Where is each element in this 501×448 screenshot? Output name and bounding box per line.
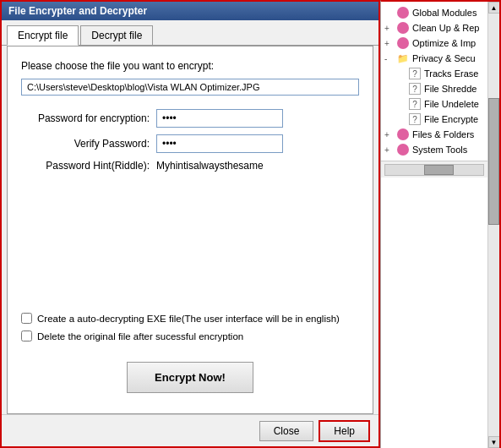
main-dialog: File Encrypter and Decrypter Encrypt fil… [0, 0, 380, 448]
question-icon: ? [409, 98, 421, 110]
hint-row: Password Hint(Riddle): Myhintisalwaysthe… [21, 160, 359, 172]
tree-item[interactable]: -📁Privacy & Secu [381, 51, 487, 66]
tree-item-label: Privacy & Secu [412, 53, 476, 63]
right-tree-panel: Global Modules+Clean Up & Rep+Optimize &… [380, 0, 501, 448]
window-title: File Encrypter and Decrypter [8, 5, 147, 17]
q-icon: ? [408, 112, 422, 126]
question-icon: ? [409, 68, 421, 79]
tree-content: Global Modules+Clean Up & Rep+Optimize &… [381, 2, 487, 161]
vertical-scrollbar[interactable]: ▲ ▼ [487, 2, 499, 448]
expand-icon[interactable]: + [384, 130, 395, 139]
verify-label: Verify Password: [21, 138, 156, 150]
bottom-bar: Close Help [2, 414, 378, 446]
tree-item[interactable]: +Files & Folders [381, 127, 487, 142]
checkbox1-row: Create a auto-decrypting EXE file(The us… [21, 313, 359, 324]
pink-flower-icon [397, 128, 409, 140]
tree-item-label: File Encrypte [424, 114, 478, 124]
hint-value: Myhintisalwaysthesame [156, 160, 264, 172]
tree-item[interactable]: +Optimize & Imp [381, 36, 487, 51]
expand-icon[interactable]: + [384, 145, 395, 155]
pink-icon [396, 21, 410, 35]
q-icon: ? [408, 97, 422, 111]
tab-decrypt-file[interactable]: Decrypt file [80, 25, 153, 45]
tree-inner: Global Modules+Clean Up & Rep+Optimize &… [381, 2, 499, 448]
q-icon: ? [408, 82, 422, 96]
encrypt-panel: Please choose the file you want to encry… [7, 46, 373, 414]
password-row: Password for encryption: [21, 109, 359, 128]
password-label: Password for encryption: [21, 112, 156, 124]
auto-decrypt-checkbox[interactable] [21, 313, 32, 324]
verify-row: Verify Password: [21, 134, 359, 153]
tab-bar: Encrypt file Decrypt file [2, 20, 378, 46]
expand-icon[interactable]: - [384, 54, 395, 63]
tree-item-label: Files & Folders [412, 129, 474, 139]
pink-icon [396, 128, 410, 141]
tree-item-label: Global Modules [412, 8, 476, 18]
vscroll-track [488, 14, 499, 436]
tree-item[interactable]: ?Tracks Erase [381, 66, 487, 81]
checkbox2-row: Delete the original file after sucessful… [21, 331, 359, 341]
question-icon: ? [409, 83, 421, 95]
vscroll-thumb[interactable] [488, 98, 499, 225]
tree-item[interactable]: ?File Shredde [381, 81, 487, 96]
blue-icon: 📁 [396, 52, 410, 65]
close-button[interactable]: Close [259, 421, 314, 441]
checkbox1-label: Create a auto-decrypting EXE file(The us… [37, 314, 340, 324]
pink-flower-icon [397, 7, 409, 19]
tree-item[interactable]: ?File Undelete [381, 96, 487, 112]
tree-item-label: File Undelete [424, 99, 479, 109]
tree-item[interactable]: Global Modules [381, 5, 487, 20]
dialog-content: Encrypt file Decrypt file Please choose … [2, 20, 378, 414]
question-icon: ? [409, 113, 421, 125]
pink-flower-icon [397, 37, 409, 49]
blue-folder-icon: 📁 [397, 52, 409, 64]
scroll-up-arrow[interactable]: ▲ [488, 2, 500, 14]
tree-item-label: Optimize & Imp [412, 38, 476, 48]
pink-icon [396, 36, 410, 50]
tree-item[interactable]: +Clean Up & Rep [381, 20, 487, 36]
pink-icon [396, 6, 410, 19]
tab-encrypt-file[interactable]: Encrypt file [7, 25, 79, 46]
scroll-track[interactable] [384, 164, 484, 176]
expand-icon[interactable]: + [384, 39, 395, 48]
file-prompt-label: Please choose the file you want to encry… [21, 60, 359, 72]
help-button[interactable]: Help [319, 420, 370, 442]
pink-flower-icon [397, 144, 409, 156]
encrypt-now-button[interactable]: Encrypt Now! [127, 362, 253, 393]
password-input[interactable] [156, 109, 283, 128]
tree-item-label: Clean Up & Rep [412, 23, 480, 33]
title-bar: File Encrypter and Decrypter [2, 2, 378, 20]
scroll-thumb[interactable] [424, 165, 454, 175]
tree-item[interactable]: ?File Encrypte [381, 112, 487, 127]
tree-item-label: Tracks Erase [424, 68, 478, 79]
delete-original-checkbox[interactable] [21, 331, 32, 341]
scroll-down-arrow[interactable]: ▼ [488, 436, 500, 448]
q-icon: ? [408, 67, 422, 80]
expand-icon[interactable]: + [384, 24, 395, 33]
tree-item[interactable]: +System Tools [381, 142, 487, 157]
hint-label: Password Hint(Riddle): [21, 160, 156, 172]
pink-icon [396, 143, 410, 156]
horizontal-scrollbar[interactable] [381, 161, 487, 178]
tree-item-label: System Tools [412, 145, 467, 155]
pink-flower-icon [397, 22, 409, 34]
checkbox2-label: Delete the original file after sucessful… [37, 331, 243, 341]
tree-main: Global Modules+Clean Up & Rep+Optimize &… [381, 2, 487, 448]
encrypt-button-wrapper: Encrypt Now! [21, 362, 359, 393]
tree-item-label: File Shredde [424, 84, 476, 94]
verify-input[interactable] [156, 134, 283, 153]
file-path-display: C:\Users\steve\Desktop\blog\Vista WLAN O… [21, 79, 359, 96]
